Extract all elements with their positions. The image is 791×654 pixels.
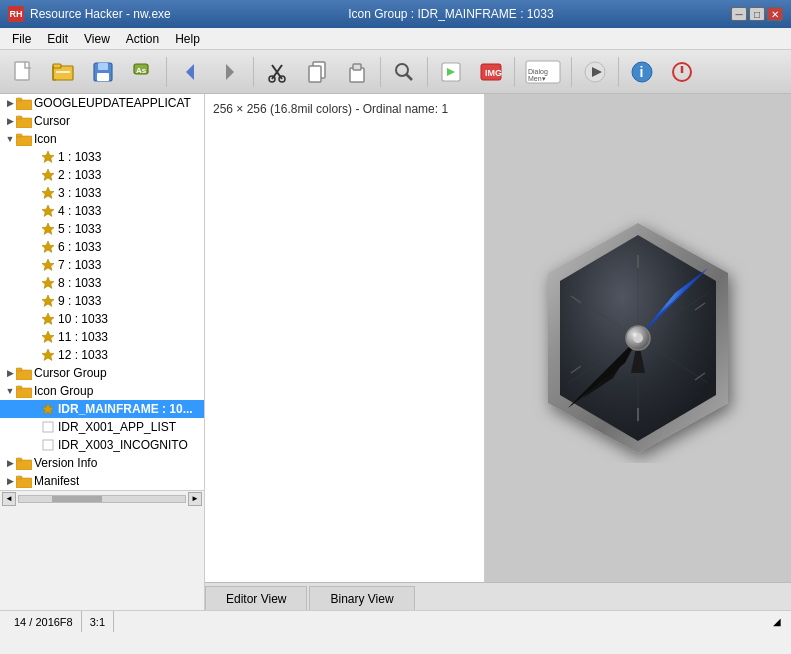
star-icon-icon-8 <box>40 275 56 291</box>
info-btn[interactable]: i <box>623 53 661 91</box>
svg-marker-46 <box>42 259 54 270</box>
tree-arrow-cursor[interactable]: ▶ <box>4 116 16 126</box>
minimize-button[interactable]: ─ <box>731 7 747 21</box>
tree-label-icon-1: 1 : 1033 <box>58 150 101 164</box>
menu-item-view[interactable]: View <box>76 28 118 49</box>
sidebar-item-icon-2[interactable]: 2 : 1033 <box>0 166 204 184</box>
sidebar-item-icon-9[interactable]: 9 : 1033 <box>0 292 204 310</box>
tree-arrow-icon-group[interactable]: ▼ <box>4 386 16 396</box>
tab-editor[interactable]: Editor View <box>205 586 307 610</box>
save-as-btn[interactable]: As <box>124 53 162 91</box>
svg-rect-0 <box>15 62 29 80</box>
tree-label-cursor: Cursor <box>34 114 70 128</box>
sidebar-item-icon-5[interactable]: 5 : 1033 <box>0 220 204 238</box>
paste-btn[interactable] <box>338 53 376 91</box>
svg-point-82 <box>633 333 637 337</box>
sidebar-item-idr-x001[interactable]: IDR_X001_APP_LIST <box>0 418 204 436</box>
scroll-track[interactable] <box>18 495 186 503</box>
copy-btn[interactable] <box>298 53 336 91</box>
resize-grip[interactable]: ◢ <box>769 614 785 630</box>
sidebar-item-icon-11[interactable]: 11 : 1033 <box>0 328 204 346</box>
menu-item-edit[interactable]: Edit <box>39 28 76 49</box>
scroll-thumb[interactable] <box>52 496 102 502</box>
maximize-button[interactable]: □ <box>749 7 765 21</box>
save-btn[interactable] <box>84 53 122 91</box>
title-bar: RH Resource Hacker - nw.exe Icon Group :… <box>0 0 791 28</box>
sidebar-item-version-info[interactable]: ▶Version Info <box>0 454 204 472</box>
compile-btn[interactable] <box>432 53 470 91</box>
svg-rect-5 <box>98 63 108 70</box>
app-icon: RH <box>8 6 24 22</box>
title-left: RH Resource Hacker - nw.exe <box>8 6 171 22</box>
sidebar-item-googleupdate[interactable]: ▶GOOGLEUPDATEAPPLICAT <box>0 94 204 112</box>
sidebar-tree: ▶GOOGLEUPDATEAPPLICAT▶Cursor▼Icon1 : 103… <box>0 94 205 490</box>
svg-marker-10 <box>226 64 234 80</box>
svg-rect-58 <box>43 440 53 450</box>
svg-marker-51 <box>42 349 54 360</box>
star-icon-icon-7 <box>40 257 56 273</box>
sidebar-item-icon-6[interactable]: 6 : 1033 <box>0 238 204 256</box>
tree-label-icon-5: 5 : 1033 <box>58 222 101 236</box>
tree-arrow-icon[interactable]: ▼ <box>4 134 16 144</box>
tree-arrow-cursor-group[interactable]: ▶ <box>4 368 16 378</box>
tree-label-icon-11: 11 : 1033 <box>58 330 108 344</box>
image-description: 256 × 256 (16.8mil colors) - Ordinal nam… <box>213 102 476 116</box>
scroll-left-btn[interactable]: ◄ <box>2 492 16 506</box>
sep1 <box>166 57 167 87</box>
cut-btn[interactable] <box>258 53 296 91</box>
menu-item-file[interactable]: File <box>4 28 39 49</box>
sidebar-item-cursor-group[interactable]: ▶Cursor Group <box>0 364 204 382</box>
tree-arrow-googleupdate[interactable]: ▶ <box>4 98 16 108</box>
sidebar-item-cursor[interactable]: ▶Cursor <box>0 112 204 130</box>
open-btn[interactable] <box>44 53 82 91</box>
star-icon-icon-5 <box>40 221 56 237</box>
tree-label-icon-2: 2 : 1033 <box>58 168 101 182</box>
menu-item-help[interactable]: Help <box>167 28 208 49</box>
close-button[interactable]: ✕ <box>767 7 783 21</box>
sidebar-item-icon-4[interactable]: 4 : 1033 <box>0 202 204 220</box>
sidebar-item-idr-mainframe[interactable]: IDR_MAINFRAME : 10... <box>0 400 204 418</box>
tree-arrow-manifest[interactable]: ▶ <box>4 476 16 486</box>
forward-btn[interactable] <box>211 53 249 91</box>
scroll-right-btn[interactable]: ► <box>188 492 202 506</box>
sidebar-item-icon-1[interactable]: 1 : 1033 <box>0 148 204 166</box>
sidebar-item-icon[interactable]: ▼Icon <box>0 130 204 148</box>
star-icon-icon-12 <box>40 347 56 363</box>
svg-rect-34 <box>16 100 32 110</box>
image-edit-btn[interactable]: IMG <box>472 53 510 91</box>
tree-arrow-version-info[interactable]: ▶ <box>4 458 16 468</box>
tree-label-icon-group: Icon Group <box>34 384 93 398</box>
tab-bar: Editor ViewBinary View <box>205 582 791 610</box>
sidebar-item-icon-3[interactable]: 3 : 1033 <box>0 184 204 202</box>
sep4 <box>427 57 428 87</box>
sidebar-item-idr-x003[interactable]: IDR_X003_INCOGNITO <box>0 436 204 454</box>
play-btn[interactable] <box>576 53 614 91</box>
folder-icon-cursor-group <box>16 365 32 381</box>
content-top: 256 × 256 (16.8mil colors) - Ordinal nam… <box>205 94 791 582</box>
sidebar-item-icon-group[interactable]: ▼Icon Group <box>0 382 204 400</box>
sidebar-item-icon-12[interactable]: 12 : 1033 <box>0 346 204 364</box>
svg-rect-57 <box>43 422 53 432</box>
tree-label-icon-10: 10 : 1033 <box>58 312 108 326</box>
svg-rect-55 <box>16 386 22 389</box>
new-btn[interactable] <box>4 53 42 91</box>
sidebar-item-manifest[interactable]: ▶Manifest <box>0 472 204 490</box>
content-area: 256 × 256 (16.8mil colors) - Ordinal nam… <box>205 94 791 610</box>
svg-rect-62 <box>16 476 22 479</box>
tab-binary[interactable]: Binary View <box>309 586 414 610</box>
tree-label-icon-6: 6 : 1033 <box>58 240 101 254</box>
svg-rect-16 <box>309 66 321 82</box>
dialog-menu-btn[interactable]: DialogMen▾ <box>519 53 567 91</box>
tree-label-cursor-group: Cursor Group <box>34 366 107 380</box>
menu-item-action[interactable]: Action <box>118 28 167 49</box>
sidebar-item-icon-8[interactable]: 8 : 1033 <box>0 274 204 292</box>
power-btn[interactable] <box>663 53 701 91</box>
find-btn[interactable] <box>385 53 423 91</box>
back-btn[interactable] <box>171 53 209 91</box>
tree-label-icon-7: 7 : 1033 <box>58 258 101 272</box>
svg-marker-43 <box>42 205 54 216</box>
sidebar-item-icon-10[interactable]: 10 : 1033 <box>0 310 204 328</box>
sidebar-item-icon-7[interactable]: 7 : 1033 <box>0 256 204 274</box>
folder-icon-version-info <box>16 455 32 471</box>
tree-label-icon-3: 3 : 1033 <box>58 186 101 200</box>
